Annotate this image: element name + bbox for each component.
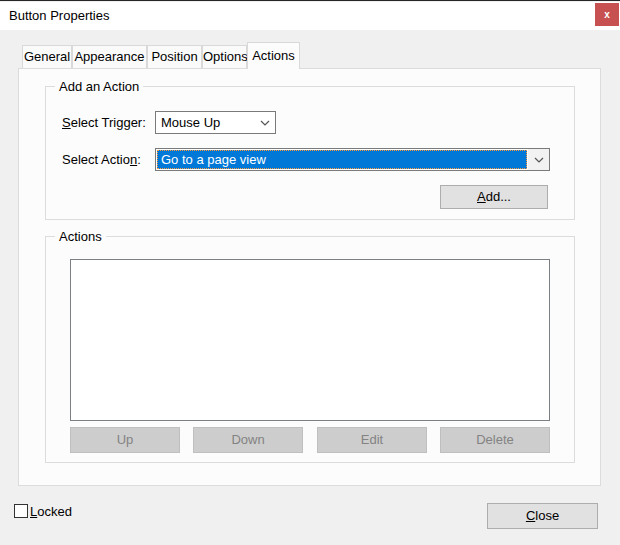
tab-general[interactable]: General <box>22 45 72 69</box>
select-action-label: Select Action: <box>62 152 141 167</box>
select-action-dropdown[interactable]: Go to a page view <box>155 148 550 171</box>
down-button[interactable]: Down <box>193 427 303 453</box>
chevron-down-icon[interactable] <box>528 149 549 170</box>
select-action-value: Go to a page view <box>157 150 527 169</box>
add-button[interactable]: Add... <box>440 185 548 209</box>
window-title: Button Properties <box>9 8 109 23</box>
titlebar: Button Properties x <box>0 2 620 30</box>
edit-button[interactable]: Edit <box>317 427 427 453</box>
button-properties-dialog: Button Properties x General Appearance P… <box>0 0 620 545</box>
delete-button[interactable]: Delete <box>440 427 550 453</box>
tab-actions[interactable]: Actions <box>247 42 300 69</box>
select-trigger-value: Mouse Up <box>157 113 253 132</box>
tab-options[interactable]: Options <box>202 45 247 69</box>
actions-list[interactable] <box>70 259 550 421</box>
close-window-button[interactable]: x <box>595 3 619 26</box>
select-trigger-label: Select Trigger: <box>62 115 146 130</box>
tab-appearance[interactable]: Appearance <box>72 45 147 69</box>
locked-checkbox[interactable] <box>14 504 28 518</box>
close-icon: x <box>604 9 610 20</box>
actions-legend: Actions <box>55 229 106 244</box>
close-button[interactable]: Close <box>487 503 598 529</box>
up-button[interactable]: Up <box>70 427 180 453</box>
add-an-action-legend: Add an Action <box>55 79 143 94</box>
tab-position[interactable]: Position <box>147 45 202 69</box>
select-trigger-dropdown[interactable]: Mouse Up <box>155 111 276 134</box>
chevron-down-icon[interactable] <box>254 112 275 133</box>
locked-label: Locked <box>30 504 72 519</box>
